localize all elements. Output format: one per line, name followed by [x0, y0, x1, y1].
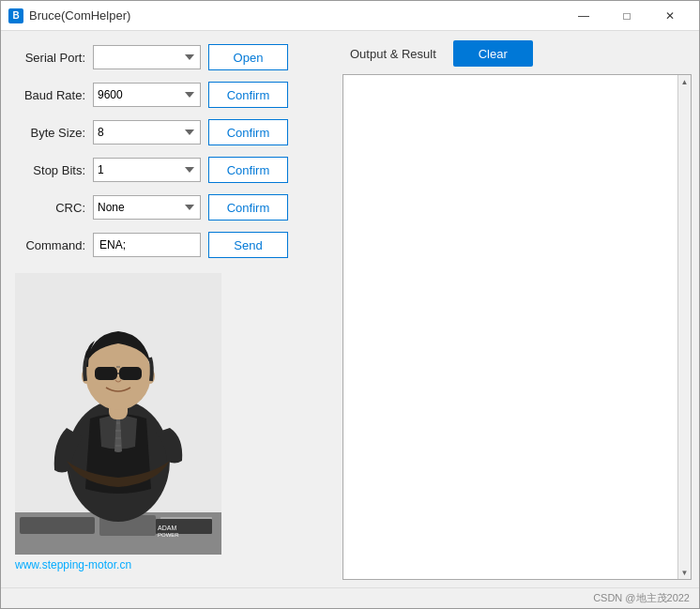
window-title: Bruce(ComHelper): [29, 8, 130, 23]
close-button[interactable]: ✕: [648, 1, 692, 31]
stop-bits-row: Stop Bits: 1 1.5 2 Confirm: [15, 153, 325, 187]
app-icon: B: [8, 8, 23, 23]
baud-rate-label: Baud Rate:: [15, 88, 85, 102]
command-input[interactable]: [93, 233, 201, 257]
output-header: Output & Result Clear: [342, 38, 692, 69]
title-bar: B Bruce(ComHelper) — □ ✕: [1, 1, 699, 31]
status-bar: CSDN @地主茂2022: [1, 587, 699, 608]
baud-rate-select[interactable]: 9600 19200 38400 57600 115200: [93, 83, 201, 107]
crc-select[interactable]: None CRC8 CRC16: [93, 195, 201, 220]
byte-size-label: Byte Size:: [15, 126, 85, 140]
main-window: B Bruce(ComHelper) — □ ✕ Serial Port: Op…: [0, 0, 700, 609]
bruce-illustration: ADAM POWER: [15, 273, 221, 555]
crc-confirm-button[interactable]: Confirm: [208, 194, 288, 221]
maximize-button[interactable]: □: [605, 1, 648, 31]
byte-size-row: Byte Size: 5 6 7 8 Confirm: [15, 115, 325, 149]
command-label: Command:: [15, 238, 85, 252]
website-url: www.stepping-motor.cn: [15, 558, 131, 571]
svg-rect-2: [20, 517, 95, 534]
scroll-up-arrow[interactable]: ▲: [678, 75, 692, 88]
right-panel: Output & Result Clear ▲ ▼: [339, 31, 699, 587]
scrollbar[interactable]: ▲ ▼: [677, 75, 691, 579]
send-button[interactable]: Send: [208, 232, 288, 258]
window-controls: — □ ✕: [562, 1, 692, 31]
stop-bits-label: Stop Bits:: [15, 163, 85, 177]
footer-text: CSDN @地主茂2022: [593, 591, 690, 605]
stop-bits-select[interactable]: 1 1.5 2: [93, 158, 201, 182]
svg-rect-15: [95, 367, 117, 380]
serial-port-select[interactable]: [93, 45, 201, 69]
stop-bits-confirm-button[interactable]: Confirm: [208, 157, 288, 183]
svg-text:POWER: POWER: [158, 532, 179, 538]
command-row: Command: Send: [15, 228, 325, 262]
image-section: ADAM POWER: [15, 266, 325, 578]
output-label: Output & Result: [342, 43, 444, 65]
clear-button[interactable]: Clear: [453, 40, 533, 67]
svg-text:ADAM: ADAM: [158, 525, 176, 531]
svg-rect-16: [119, 367, 142, 380]
baud-rate-row: Baud Rate: 9600 19200 38400 57600 115200…: [15, 78, 325, 112]
baud-rate-confirm-button[interactable]: Confirm: [208, 82, 288, 108]
open-button[interactable]: Open: [208, 44, 288, 70]
byte-size-select[interactable]: 5 6 7 8: [93, 120, 201, 145]
scroll-down-arrow[interactable]: ▼: [678, 566, 692, 579]
left-panel: Serial Port: Open Baud Rate: 9600 19200 …: [1, 31, 339, 587]
title-bar-left: B Bruce(ComHelper): [8, 8, 130, 23]
minimize-button[interactable]: —: [562, 1, 605, 31]
serial-port-row: Serial Port: Open: [15, 40, 325, 74]
crc-row: CRC: None CRC8 CRC16 Confirm: [15, 190, 325, 224]
serial-port-label: Serial Port:: [15, 51, 85, 65]
byte-size-confirm-button[interactable]: Confirm: [208, 119, 288, 145]
crc-label: CRC:: [15, 201, 85, 215]
content-area: Serial Port: Open Baud Rate: 9600 19200 …: [1, 31, 699, 587]
output-area: ▲ ▼: [342, 74, 692, 580]
